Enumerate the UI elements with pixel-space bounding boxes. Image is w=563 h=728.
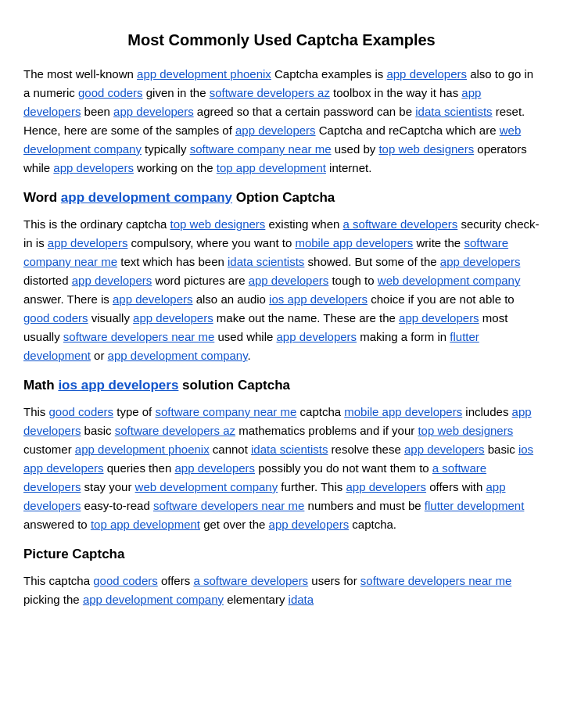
link-idata-scientists-3[interactable]: idata scientists xyxy=(251,443,328,456)
picture-captcha-section: Picture Captcha This captcha good coders… xyxy=(23,547,540,609)
link-app-developers-6[interactable]: app developers xyxy=(48,236,128,249)
link-good-coders-1[interactable]: good coders xyxy=(78,86,143,99)
link-app-dev-company-2[interactable]: app development company xyxy=(83,593,224,606)
link-idata-scientists-1[interactable]: idata scientists xyxy=(415,105,492,118)
link-good-coders-4[interactable]: good coders xyxy=(93,574,158,587)
link-mobile-app-dev-2[interactable]: mobile app developers xyxy=(344,405,462,418)
link-good-coders-2[interactable]: good coders xyxy=(23,311,88,325)
picture-captcha-paragraph: This captcha good coders offers a softwa… xyxy=(23,572,540,609)
math-solution-paragraph: This good coders type of software compan… xyxy=(23,403,540,534)
link-app-dev-phoenix-1[interactable]: app development phoenix xyxy=(137,67,271,81)
link-app-developers-10[interactable]: app developers xyxy=(113,292,193,306)
link-app-developers-13[interactable]: app developers xyxy=(277,330,357,343)
link-app-developers-15[interactable]: app developers xyxy=(404,443,485,456)
word-option-section: Word app development company Option Capt… xyxy=(23,190,540,365)
intro-section: The most well-known app development phoe… xyxy=(23,65,540,178)
link-app-developers-19[interactable]: app developers xyxy=(269,518,350,531)
link-web-dev-company-3[interactable]: web development company xyxy=(135,480,278,493)
link-app-dev-company-1[interactable]: app development company xyxy=(108,349,248,362)
link-software-devs-near-1[interactable]: software developers near me xyxy=(63,330,214,343)
link-top-web-designers-3[interactable]: top web designers xyxy=(418,424,513,437)
link-software-developers-1[interactable]: a software developers xyxy=(343,217,458,231)
link-app-developers-12[interactable]: app developers xyxy=(399,311,479,325)
link-software-devs-near-3[interactable]: software developers near me xyxy=(360,574,511,587)
link-app-developers-11[interactable]: app developers xyxy=(133,311,213,325)
link-app-developers-3[interactable]: app developers xyxy=(113,105,194,118)
link-software-company-1[interactable]: software company near me xyxy=(190,142,332,156)
link-top-web-designers-1[interactable]: top web designers xyxy=(378,142,474,156)
link-good-coders-3[interactable]: good coders xyxy=(49,405,114,418)
link-software-company-3[interactable]: software company near me xyxy=(155,405,296,418)
link-software-devs-az-1[interactable]: software developers az xyxy=(210,86,330,99)
link-app-dev-phoenix-2[interactable]: app development phoenix xyxy=(75,443,210,456)
link-app-developers-4[interactable]: app developers xyxy=(235,124,316,137)
word-option-heading: Word app development company Option Capt… xyxy=(23,190,540,206)
link-top-app-dev-2[interactable]: top app development xyxy=(91,518,200,531)
link-software-developers-3[interactable]: a software developers xyxy=(193,574,308,587)
math-heading-prefix: Math xyxy=(23,378,58,393)
link-ios-app-dev-1[interactable]: ios app developers xyxy=(269,292,368,306)
link-ios-app-dev-heading[interactable]: ios app developers xyxy=(58,378,178,393)
link-app-developers-1[interactable]: app developers xyxy=(386,67,467,81)
link-app-developers-5[interactable]: app developers xyxy=(53,161,134,174)
intro-paragraph: The most well-known app development phoe… xyxy=(23,65,540,178)
word-heading-prefix: Word xyxy=(23,190,61,205)
link-idata-scientists-2[interactable]: idata scientists xyxy=(228,255,304,268)
word-heading-suffix: Option Captcha xyxy=(232,190,335,205)
link-app-developers-17[interactable]: app developers xyxy=(346,480,426,493)
picture-heading-text: Picture Captcha xyxy=(23,547,124,561)
math-heading-suffix: solution Captcha xyxy=(178,378,290,393)
link-web-dev-company-2[interactable]: web development company xyxy=(378,274,521,287)
link-idata-scientists-4[interactable]: idata xyxy=(289,593,314,606)
link-top-app-dev-1[interactable]: top app development xyxy=(217,161,326,174)
link-flutter-dev-2[interactable]: flutter development xyxy=(425,499,525,512)
link-app-developers-8[interactable]: app developers xyxy=(72,274,152,287)
link-software-devs-az-2[interactable]: software developers az xyxy=(115,424,235,437)
link-top-web-designers-2[interactable]: top web designers xyxy=(170,217,266,231)
link-app-developers-7[interactable]: app developers xyxy=(440,255,521,268)
link-app-developers-16[interactable]: app developers xyxy=(174,461,255,475)
link-mobile-app-dev-1[interactable]: mobile app developers xyxy=(295,236,413,249)
page-container: Most Commonly Used Captcha Examples The … xyxy=(23,31,540,622)
math-solution-heading: Math ios app developers solution Captcha xyxy=(23,378,540,393)
link-software-devs-near-2[interactable]: software developers near me xyxy=(153,499,304,512)
page-title: Most Commonly Used Captcha Examples xyxy=(23,31,540,49)
link-app-dev-company-heading[interactable]: app development company xyxy=(61,190,232,205)
picture-captcha-heading: Picture Captcha xyxy=(23,547,540,562)
math-solution-section: Math ios app developers solution Captcha… xyxy=(23,378,540,534)
link-app-developers-9[interactable]: app developers xyxy=(249,274,329,287)
word-option-paragraph: This is the ordinary captcha top web des… xyxy=(23,215,540,365)
